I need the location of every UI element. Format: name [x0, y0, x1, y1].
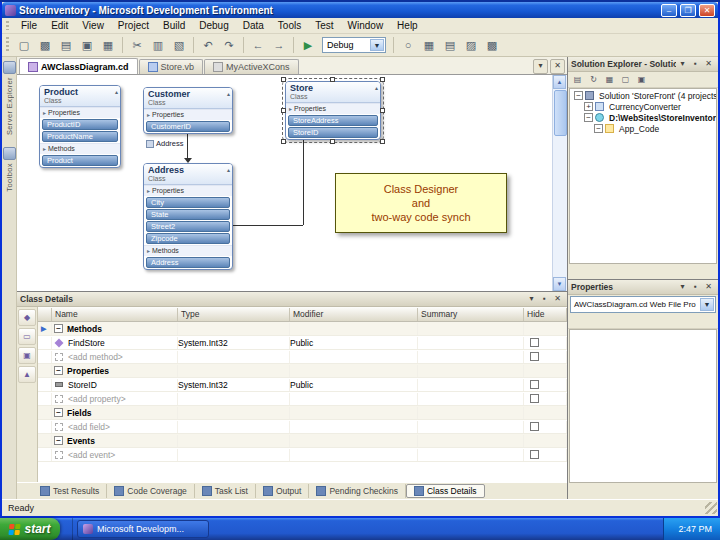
- copy-button[interactable]: ▥: [148, 35, 168, 55]
- expander-icon[interactable]: −: [54, 324, 63, 333]
- name-cell[interactable]: <add field>: [52, 421, 178, 433]
- navigate-forward-button[interactable]: →: [269, 35, 289, 55]
- type-cell[interactable]: [178, 365, 290, 377]
- expander-icon[interactable]: ▸: [147, 110, 150, 120]
- clock[interactable]: 2:47 PM: [678, 524, 712, 534]
- menu-data[interactable]: Data: [236, 20, 271, 31]
- type-cell[interactable]: [178, 421, 290, 433]
- modifier-cell[interactable]: [290, 365, 418, 377]
- tab-output[interactable]: Output: [256, 484, 310, 498]
- expander-icon[interactable]: −: [54, 408, 63, 417]
- window-position-icon[interactable]: ▾: [676, 281, 689, 293]
- column-header-hide[interactable]: Hide: [524, 308, 567, 321]
- expander-icon[interactable]: ▸: [147, 246, 150, 256]
- class-member[interactable]: Address: [146, 257, 230, 268]
- menu-help[interactable]: Help: [390, 20, 425, 31]
- scrollbar-thumb[interactable]: [554, 90, 567, 136]
- menu-view[interactable]: View: [75, 20, 111, 31]
- selection-handle[interactable]: [380, 108, 385, 113]
- properties-button[interactable]: ▤: [570, 73, 585, 86]
- window-position-icon[interactable]: ▾: [676, 58, 689, 70]
- expander-icon[interactable]: −: [584, 113, 593, 122]
- compartment-properties[interactable]: ▸Properties: [286, 103, 380, 114]
- name-cell[interactable]: StoreID: [52, 379, 178, 391]
- class-box-address[interactable]: AddressClass▴▸PropertiesCityStateStreet2…: [143, 163, 233, 270]
- expander-icon[interactable]: ▸: [43, 144, 46, 154]
- doc-tab-store-vb[interactable]: Store.vb: [139, 59, 204, 74]
- doc-tab-awclassdiagram-cd[interactable]: AWClassDiagram.cd: [19, 58, 138, 74]
- class-member[interactable]: State: [146, 209, 230, 220]
- name-cell[interactable]: FindStore: [52, 337, 178, 349]
- type-cell[interactable]: [178, 351, 290, 363]
- type-cell[interactable]: [178, 435, 290, 447]
- summary-cell[interactable]: [418, 337, 524, 349]
- class-box-product[interactable]: ProductClass▴▸PropertiesProductIDProduct…: [39, 85, 121, 168]
- class-member[interactable]: StoreID: [288, 127, 378, 138]
- tab-test-results[interactable]: Test Results: [33, 484, 107, 498]
- navigate-back-button[interactable]: ←: [248, 35, 268, 55]
- cut-button[interactable]: ✂: [127, 35, 147, 55]
- column-header-name[interactable]: Name: [52, 308, 178, 321]
- modifier-cell[interactable]: [290, 351, 418, 363]
- name-cell[interactable]: <add property>: [52, 393, 178, 405]
- view-code-button[interactable]: ▢: [618, 73, 633, 86]
- expander-icon[interactable]: −: [54, 366, 63, 375]
- column-header-modifier[interactable]: Modifier: [290, 308, 418, 321]
- hide-checkbox[interactable]: [530, 380, 539, 389]
- name-cell[interactable]: <add method>: [52, 351, 178, 363]
- summary-cell[interactable]: [418, 435, 524, 447]
- add-item-button[interactable]: ▩: [35, 35, 55, 55]
- menubar-grip[interactable]: [6, 21, 9, 30]
- class-details-row[interactable]: −Events: [38, 434, 567, 448]
- class-member[interactable]: Street2: [146, 221, 230, 232]
- expander-icon[interactable]: ▸: [289, 104, 292, 114]
- open-file-button[interactable]: ▤: [56, 35, 76, 55]
- class-details-row[interactable]: StoreIDSystem.Int32Public: [38, 378, 567, 392]
- type-cell[interactable]: [178, 323, 290, 335]
- class-box-customer[interactable]: CustomerClass▴▸PropertiesCustomerID: [143, 87, 233, 134]
- type-cell[interactable]: [178, 407, 290, 419]
- maximize-button[interactable]: ❐: [680, 4, 696, 17]
- add-field-button[interactable]: ▣: [18, 347, 36, 364]
- connector-address-store-vertical[interactable]: [303, 135, 304, 225]
- collapse-chevron-icon[interactable]: ▴: [227, 90, 230, 97]
- class-details-row[interactable]: <add field>: [38, 420, 567, 434]
- expander-icon[interactable]: −: [574, 91, 583, 100]
- properties-header[interactable]: Properties ▾ ▪ ✕: [568, 280, 718, 295]
- chevron-down-icon[interactable]: ▼: [370, 39, 384, 51]
- selection-handle[interactable]: [380, 77, 385, 82]
- nest-related-files-button[interactable]: ▦: [602, 73, 617, 86]
- class-header[interactable]: AddressClass▴: [144, 164, 232, 185]
- name-cell[interactable]: −Properties: [52, 365, 178, 377]
- modifier-cell[interactable]: [290, 449, 418, 461]
- docked-tab-toolbox[interactable]: Toolbox: [3, 147, 16, 192]
- class-box-store[interactable]: StoreClass▴▸PropertiesStoreAddressStoreI…: [285, 81, 381, 140]
- auto-hide-pin-icon[interactable]: ▪: [689, 58, 702, 70]
- save-button[interactable]: ▣: [77, 35, 97, 55]
- connector-customer-address[interactable]: [187, 130, 188, 159]
- taskbar-task-button[interactable]: Microsoft Developm...: [77, 520, 209, 538]
- hide-checkbox[interactable]: [530, 352, 539, 361]
- scroll-up-icon[interactable]: ▲: [553, 75, 566, 89]
- modifier-cell[interactable]: [290, 421, 418, 433]
- tree-item[interactable]: −App_Code: [570, 123, 716, 134]
- view-class-diagram-button[interactable]: ▣: [634, 73, 649, 86]
- summary-cell[interactable]: [418, 393, 524, 405]
- menu-edit[interactable]: Edit: [44, 20, 75, 31]
- summary-cell[interactable]: [418, 407, 524, 419]
- selection-handle[interactable]: [330, 139, 335, 144]
- add-method-button[interactable]: ◆: [18, 309, 36, 326]
- class-details-row[interactable]: FindStoreSystem.Int32Public: [38, 336, 567, 350]
- menu-test[interactable]: Test: [308, 20, 340, 31]
- selection-handle[interactable]: [281, 108, 286, 113]
- class-diagram-surface[interactable]: Address Class Designer and two-way code …: [17, 75, 567, 291]
- scroll-down-icon[interactable]: ▼: [553, 277, 566, 291]
- close-panel-icon[interactable]: ✕: [551, 293, 564, 305]
- refresh-button[interactable]: ↻: [586, 73, 601, 86]
- auto-hide-pin-icon[interactable]: ▪: [689, 281, 702, 293]
- expander-icon[interactable]: ▸: [147, 186, 150, 196]
- save-all-button[interactable]: ▦: [98, 35, 118, 55]
- class-member[interactable]: CustomerID: [146, 121, 230, 132]
- menu-window[interactable]: Window: [341, 20, 391, 31]
- class-details-row[interactable]: <add method>: [38, 350, 567, 364]
